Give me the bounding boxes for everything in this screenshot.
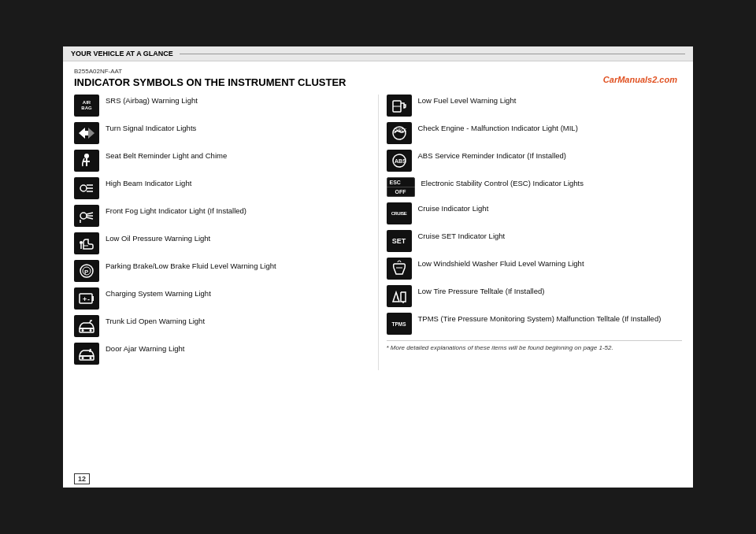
cruise-set-label: Cruise SET Indicator Light <box>418 230 506 242</box>
seatbelt-icon <box>74 150 99 172</box>
list-item: ABS ABS Service Reminder Indicator (If I… <box>387 150 683 172</box>
watermark: CarManuals2.com <box>603 75 677 84</box>
high-beam-label: High Beam Indicator Light <box>106 177 191 189</box>
svg-point-9 <box>80 213 87 219</box>
abs-svg: ABS <box>390 152 409 169</box>
washer-fluid-icon <box>387 258 412 280</box>
list-item: Trunk Lid Open Warning Light <box>74 315 370 337</box>
tire-pressure-svg: ! <box>390 287 409 305</box>
list-item: Seat Belt Reminder Light and Chime <box>74 150 370 172</box>
door-icon <box>74 343 99 365</box>
charging-label: Charging System Warning Light <box>106 287 211 299</box>
tpms-label: TPMS (Tire Pressure Monitoring System) M… <box>418 313 662 324</box>
trunk-label: Trunk Lid Open Warning Light <box>106 315 205 327</box>
list-item: ESC OFF Electronic Stability Control (ES… <box>387 177 683 197</box>
parking-brake-svg: P <box>77 262 96 280</box>
fog-light-svg <box>77 207 96 224</box>
header-divider <box>180 54 685 54</box>
svg-text:-: - <box>87 295 90 303</box>
page-title: INDICATOR SYMBOLS ON THE INSTRUMENT CLUS… <box>74 76 682 88</box>
svg-line-12 <box>87 217 93 219</box>
low-oil-icon <box>74 232 99 254</box>
list-item: P Parking Brake/Low Brake Fluid Level Wa… <box>74 260 370 282</box>
esc-label: Electronic Stability Control (ESC) Indic… <box>421 177 584 189</box>
trunk-icon <box>74 315 99 337</box>
list-item: Low Fuel Level Warning Light <box>387 95 683 117</box>
cruise-set-icon: SET <box>387 230 412 252</box>
charging-svg: + - <box>77 290 96 307</box>
check-engine-icon: CHECK <box>387 122 412 144</box>
svg-text:!: ! <box>396 295 398 300</box>
list-item: AIR BAG SRS (Airbag) Warning Light <box>74 95 370 117</box>
svg-point-14 <box>80 241 83 244</box>
list-item: Low Oil Pressure Warning Light <box>74 232 370 254</box>
high-beam-svg <box>77 180 96 197</box>
list-item: Door Ajar Warning Light <box>74 343 370 365</box>
svg-point-5 <box>80 185 87 191</box>
list-item: High Beam Indicator Light <box>74 177 370 199</box>
abs-icon: ABS <box>387 150 412 172</box>
left-column: AIR BAG SRS (Airbag) Warning Light Turn … <box>74 95 378 370</box>
turn-signal-label: Turn Signal Indicator Lights <box>106 122 196 134</box>
list-item: Low Windshield Washer Fluid Level Warnin… <box>387 258 683 280</box>
svg-point-2 <box>84 154 89 158</box>
list-item: Front Fog Light Indicator Light (If Inst… <box>74 205 370 227</box>
low-fuel-icon <box>387 95 412 117</box>
tire-pressure-icon: ! <box>387 285 412 307</box>
right-column: Low Fuel Level Warning Light CHECK Check… <box>378 95 683 370</box>
doc-id: B255A02NF-AAT <box>74 68 682 75</box>
list-item: TPMS TPMS (Tire Pressure Monitoring Syst… <box>387 313 683 335</box>
low-oil-label: Low Oil Pressure Warning Light <box>106 232 210 244</box>
list-item: + - Charging System Warning Light <box>74 287 370 310</box>
low-fuel-svg <box>390 97 409 114</box>
charging-icon: + - <box>74 287 99 310</box>
low-oil-svg <box>77 235 96 252</box>
esc-icon: ESC OFF <box>387 177 415 197</box>
svg-text:P: P <box>84 269 89 276</box>
svg-text:ABS: ABS <box>395 158 406 164</box>
list-item: Turn Signal Indicator Lights <box>74 122 370 144</box>
fog-light-icon <box>74 205 99 227</box>
turn-signal-svg <box>77 124 96 142</box>
seatbelt-svg <box>77 152 96 169</box>
parking-brake-label: Parking Brake/Low Brake Fluid Level Warn… <box>106 260 276 272</box>
svg-point-27 <box>82 357 84 359</box>
section-label: YOUR VEHICLE AT A GLANCE <box>71 50 173 57</box>
washer-fluid-svg <box>390 260 409 277</box>
seatbelt-label: Seat Belt Reminder Light and Chime <box>106 150 227 161</box>
svg-rect-20 <box>92 296 94 301</box>
cruise-label: Cruise Indicator Light <box>418 202 489 214</box>
svg-marker-1 <box>85 128 94 139</box>
high-beam-icon <box>74 177 99 199</box>
indicator-columns: AIR BAG SRS (Airbag) Warning Light Turn … <box>74 95 682 370</box>
footnote: * More detailed explanations of these it… <box>387 340 683 351</box>
svg-point-28 <box>90 357 92 359</box>
page-number: 12 <box>74 475 90 483</box>
page-wrapper: YOUR VEHICLE AT A GLANCE CarManuals2.com… <box>63 46 693 488</box>
list-item: CRUISE Cruise Indicator Light <box>387 202 683 224</box>
svg-line-10 <box>87 213 93 214</box>
low-fuel-label: Low Fuel Level Warning Light <box>418 95 517 106</box>
svg-text:+: + <box>83 295 87 303</box>
turn-signal-icon <box>74 122 99 144</box>
door-svg <box>77 345 96 362</box>
check-engine-label: Check Engine - Malfunction Indicator Lig… <box>418 122 578 134</box>
cruise-icon: CRUISE <box>387 202 412 224</box>
main-content: CarManuals2.com B255A02NF-AAT INDICATOR … <box>63 61 693 375</box>
tpms-icon: TPMS <box>387 313 412 335</box>
list-item: CHECK Check Engine - Malfunction Indicat… <box>387 122 683 144</box>
check-engine-svg: CHECK <box>390 124 409 142</box>
door-label: Door Ajar Warning Light <box>106 343 185 354</box>
abs-label: ABS Service Reminder Indicator (If Insta… <box>418 150 567 161</box>
list-item: SET Cruise SET Indicator Light <box>387 230 683 252</box>
tire-pressure-label: Low Tire Pressure Telltale (If Installed… <box>418 285 545 297</box>
list-item: ! Low Tire Pressure Telltale (If Install… <box>387 285 683 307</box>
airbag-label: SRS (Airbag) Warning Light <box>106 95 198 106</box>
airbag-icon: AIR BAG <box>74 95 99 117</box>
svg-point-25 <box>90 329 92 332</box>
parking-brake-icon: P <box>74 260 99 282</box>
fog-light-label: Front Fog Light Indicator Light (If Inst… <box>106 205 246 217</box>
svg-point-24 <box>82 329 84 332</box>
washer-fluid-label: Low Windshield Washer Fluid Level Warnin… <box>418 258 584 269</box>
page-number-badge: 12 <box>74 473 90 484</box>
